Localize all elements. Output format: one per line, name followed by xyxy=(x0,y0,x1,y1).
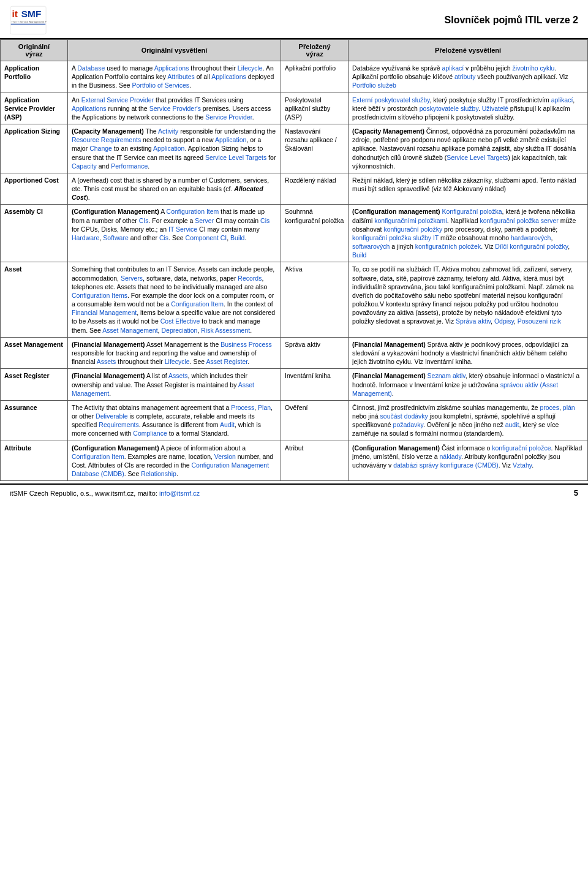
trans-word-cell: Atribut xyxy=(281,441,349,481)
orig-exp-cell: (Capacity Management) The Activity respo… xyxy=(67,124,281,173)
col-header-trans-exp: Přeložené vysvětlení xyxy=(349,40,588,61)
trans-word-cell: Inventární kniha xyxy=(281,369,349,401)
page-title: Slovníček pojmů ITIL verze 2 xyxy=(445,15,578,26)
table-row: Asset Register (Financial Management) A … xyxy=(1,369,588,401)
term-cell: Application Service Provider (ASP) xyxy=(1,93,68,124)
table-row: Assurance The Activity that obtains mana… xyxy=(1,400,588,441)
orig-exp-cell: A (overhead) cost that is shared by a nu… xyxy=(67,173,281,205)
orig-exp-cell: A Database used to manage Applications t… xyxy=(67,61,281,93)
table-row: Application Sizing (Capacity Management)… xyxy=(1,124,588,173)
logo-area: it SMF The IT Service Management Forum xyxy=(10,5,47,36)
term-cell: Asset Register xyxy=(1,369,68,401)
term-cell: Application Portfolio xyxy=(1,61,68,93)
col-header-trans-word: Přeloženývýraz xyxy=(281,40,349,61)
orig-exp-cell: Something that contributes to an IT Serv… xyxy=(67,262,281,337)
footer-email[interactable]: info@itsmf.cz xyxy=(159,490,200,497)
term-cell: Apportioned Cost xyxy=(1,173,68,205)
trans-word-cell: Aplikační portfolio xyxy=(281,61,349,93)
table-row: Apportioned Cost A (overhead) cost that … xyxy=(1,173,588,205)
col-header-orig-exp: Originální vysvětlení xyxy=(67,40,281,61)
orig-exp-cell: An External Service Provider that provid… xyxy=(67,93,281,124)
table-row: Attribute (Configuration Management) A p… xyxy=(1,441,588,481)
page-number: 5 xyxy=(574,488,578,498)
trans-exp-cell: (Configuration management) Konfigurační … xyxy=(349,205,588,262)
term-cell: Attribute xyxy=(1,441,68,481)
footer-text: itSMF Czech Republic, o.s., www.itsmf.cz… xyxy=(10,490,200,497)
trans-exp-cell: (Financial Management) Správa aktiv je p… xyxy=(349,337,588,369)
svg-text:it: it xyxy=(12,9,17,19)
table-row: Asset Something that contributes to an I… xyxy=(1,262,588,337)
table-row: Application Portfolio A Database used to… xyxy=(1,61,588,93)
svg-text:The IT Service Management Foru: The IT Service Management Forum xyxy=(12,20,47,23)
orig-exp-cell: (Configuration Management) A Configurati… xyxy=(67,205,281,262)
main-table: Originálnívýraz Originální vysvětlení Př… xyxy=(0,39,588,481)
trans-exp-cell: Činnost, jímž prostřednictvím získáme so… xyxy=(349,400,588,441)
page-footer: itSMF Czech Republic, o.s., www.itsmf.cz… xyxy=(0,483,588,501)
term-cell: Assembly CI xyxy=(1,205,68,262)
trans-word-cell: Nastavování rozsahu aplikace / Škálování xyxy=(281,124,349,173)
trans-exp-cell: (Capacity Management) Činnost, odpovědná… xyxy=(349,124,588,173)
trans-word-cell: Ověření xyxy=(281,400,349,441)
trans-exp-cell: Databáze využívaná ke správě aplikací v … xyxy=(349,61,588,93)
term-cell: Asset xyxy=(1,262,68,337)
table-row: Asset Management (Financial Management) … xyxy=(1,337,588,369)
orig-exp-cell: (Financial Management) A list of Assets,… xyxy=(67,369,281,401)
trans-exp-cell: (Financial Management) Seznam aktiv, kte… xyxy=(349,369,588,401)
term-cell: Application Sizing xyxy=(1,124,68,173)
trans-word-cell: Správa aktiv xyxy=(281,337,349,369)
orig-exp-cell: (Configuration Management) A piece of in… xyxy=(67,441,281,481)
term-cell: Assurance xyxy=(1,400,68,441)
table-row: Assembly CI (Configuration Management) A… xyxy=(1,205,588,262)
trans-exp-cell: To, co se podílí na službách IT. Aktiva … xyxy=(349,262,588,337)
table-row: Application Service Provider (ASP) An Ex… xyxy=(1,93,588,124)
col-header-term: Originálnívýraz xyxy=(1,40,68,61)
logo: it SMF The IT Service Management Forum xyxy=(10,5,47,36)
term-cell: Asset Management xyxy=(1,337,68,369)
orig-exp-cell: (Financial Management) Asset Management … xyxy=(67,337,281,369)
trans-word-cell: Souhrnná konfigurační položka xyxy=(281,205,349,262)
trans-word-cell: Aktiva xyxy=(281,262,349,337)
page-header: it SMF The IT Service Management Forum S… xyxy=(0,0,588,39)
trans-exp-cell: Externí poskytovatel služby, který posky… xyxy=(349,93,588,124)
orig-exp-cell: The Activity that obtains management agr… xyxy=(67,400,281,441)
trans-word-cell: Poskytovatel aplikační služby (ASP) xyxy=(281,93,349,124)
trans-exp-cell: Režijní náklad, který je sdílen několika… xyxy=(349,173,588,205)
trans-word-cell: Rozdělený náklad xyxy=(281,173,349,205)
svg-text:SMF: SMF xyxy=(21,9,42,19)
trans-exp-cell: (Configuration Management) Část informac… xyxy=(349,441,588,481)
